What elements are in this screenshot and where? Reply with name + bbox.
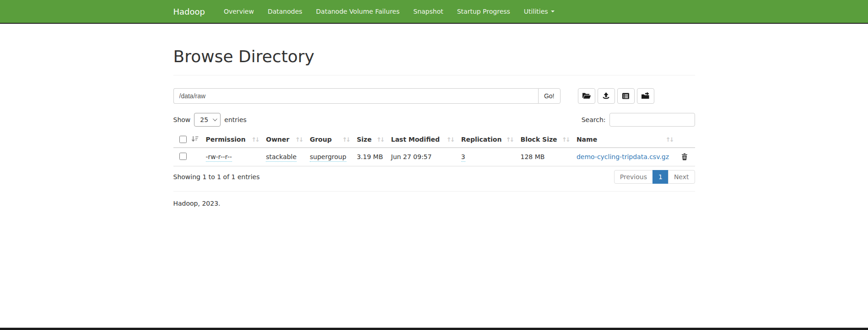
set-permissions-button[interactable] — [617, 88, 635, 104]
sort-arrows-icon — [447, 137, 454, 143]
create-directory-button[interactable] — [578, 88, 595, 104]
sort-arrows-icon — [377, 137, 384, 143]
header-name-label: Name — [577, 136, 597, 143]
next-page-button[interactable]: Next — [668, 170, 695, 184]
select-all-checkbox[interactable] — [179, 136, 187, 143]
nav-link-datanodes[interactable]: Datanodes — [261, 0, 309, 23]
pagination-page-1: 1 — [653, 170, 669, 184]
header-permission[interactable]: Permission — [202, 132, 263, 148]
page-header: Browse Directory — [173, 48, 695, 75]
page-title: Browse Directory — [173, 48, 695, 66]
caret-down-icon — [551, 11, 555, 12]
header-block-size[interactable]: Block Size — [517, 132, 573, 148]
search-control: Search: — [582, 113, 695, 127]
list-icon — [621, 92, 630, 100]
header-actions — [677, 132, 695, 148]
file-actions-toolbar — [578, 88, 654, 104]
page-1-button[interactable]: 1 — [652, 170, 669, 184]
nav-link-snapshot[interactable]: Snapshot — [406, 0, 450, 23]
header-replication[interactable]: Replication — [458, 132, 517, 148]
row-checkbox[interactable] — [179, 153, 187, 160]
go-button[interactable]: Go! — [538, 88, 561, 104]
screen-bottom-edge — [0, 328, 868, 330]
directory-table: Permission Owner Group Size Last Modifie… — [173, 132, 695, 166]
header-select-all[interactable] — [173, 132, 202, 148]
header-last-modified-label: Last Modified — [391, 136, 440, 143]
delete-file-button[interactable] — [680, 152, 689, 161]
nav-link-overview[interactable]: Overview — [217, 0, 261, 23]
directory-path-input[interactable] — [173, 88, 538, 104]
sort-arrows-icon — [251, 137, 259, 143]
nav-item-utilities: Utilities — [517, 0, 561, 23]
utilities-label: Utilities — [524, 8, 548, 15]
header-permission-label: Permission — [206, 136, 246, 143]
table-row: -rw-r--r-- stackable supergroup 3.19 MB … — [173, 148, 695, 166]
show-label: Show — [173, 116, 191, 123]
upload-icon — [602, 92, 610, 100]
table-footer: Showing 1 to 1 of 1 entries Previous 1 N… — [173, 170, 695, 184]
nav-item-overview: Overview — [217, 0, 261, 23]
move-files-button[interactable] — [637, 88, 654, 104]
nav-item-datanodes: Datanodes — [261, 0, 309, 23]
pagination: Previous 1 Next — [614, 170, 695, 184]
footer-divider — [173, 191, 695, 192]
nav-link-utilities-dropdown[interactable]: Utilities — [517, 0, 561, 23]
top-navbar: Hadoop Overview Datanodes Datanode Volum… — [0, 0, 868, 24]
nav-item-datanode-volume-failures: Datanode Volume Failures — [309, 0, 407, 23]
nav-link-startup-progress[interactable]: Startup Progress — [450, 0, 517, 23]
nav-item-snapshot: Snapshot — [406, 0, 450, 23]
nav-link-datanode-volume-failures[interactable]: Datanode Volume Failures — [309, 0, 407, 23]
entries-label: entries — [224, 116, 247, 123]
permission-cell[interactable]: -rw-r--r-- — [206, 153, 232, 162]
page-length-select[interactable]: 25 — [194, 113, 221, 127]
header-size-label: Size — [357, 136, 372, 143]
upload-files-button[interactable] — [598, 88, 615, 104]
size-cell: 3.19 MB — [353, 148, 388, 166]
header-replication-label: Replication — [461, 136, 502, 143]
search-input[interactable] — [609, 113, 695, 127]
header-group-label: Group — [310, 136, 332, 143]
open-folder-icon — [582, 92, 591, 100]
header-block-size-label: Block Size — [521, 136, 557, 143]
pagination-next: Next — [669, 170, 695, 184]
last-modified-cell: Jun 27 09:57 — [388, 148, 458, 166]
explorer-bar: Go! — [173, 88, 695, 104]
navbar-brand[interactable]: Hadoop — [173, 0, 205, 23]
sort-arrows-icon — [295, 137, 302, 143]
sort-arrows-icon — [342, 137, 350, 143]
header-last-modified[interactable]: Last Modified — [388, 132, 458, 148]
sort-arrows-icon — [666, 137, 673, 143]
search-label: Search: — [582, 116, 606, 123]
trash-icon — [681, 155, 688, 162]
page-length-control: Show 25 entries — [173, 113, 247, 127]
site-footer-text: Hadoop, 2023. — [173, 200, 695, 234]
table-info: Showing 1 to 1 of 1 entries — [173, 173, 260, 181]
header-owner[interactable]: Owner — [262, 132, 306, 148]
file-name-link[interactable]: demo-cycling-tripdata.csv.gz — [577, 153, 669, 160]
header-size[interactable]: Size — [353, 132, 388, 148]
main-content: Browse Directory Go! — [173, 48, 695, 234]
block-size-cell: 128 MB — [517, 148, 573, 166]
header-name[interactable]: Name — [573, 132, 677, 148]
owner-cell[interactable]: stackable — [266, 153, 297, 162]
table-controls: Show 25 entries Search: — [173, 113, 695, 127]
page-length-value: 25 — [200, 116, 208, 123]
table-header-row: Permission Owner Group Size Last Modifie… — [173, 132, 695, 148]
previous-page-button[interactable]: Previous — [614, 170, 653, 184]
header-group[interactable]: Group — [306, 132, 353, 148]
sort-amount-icon — [191, 136, 199, 144]
replication-cell[interactable]: 3 — [461, 153, 465, 162]
nav-item-startup-progress: Startup Progress — [450, 0, 517, 23]
chevron-down-icon — [213, 117, 217, 121]
sort-arrows-icon — [562, 137, 569, 143]
sort-arrows-icon — [506, 137, 513, 143]
pagination-previous: Previous — [614, 170, 653, 184]
navbar-menu: Overview Datanodes Datanode Volume Failu… — [217, 0, 561, 23]
move-folder-icon — [641, 92, 650, 100]
header-owner-label: Owner — [266, 136, 289, 143]
group-cell[interactable]: supergroup — [310, 153, 346, 162]
path-input-group: Go! — [173, 88, 561, 104]
